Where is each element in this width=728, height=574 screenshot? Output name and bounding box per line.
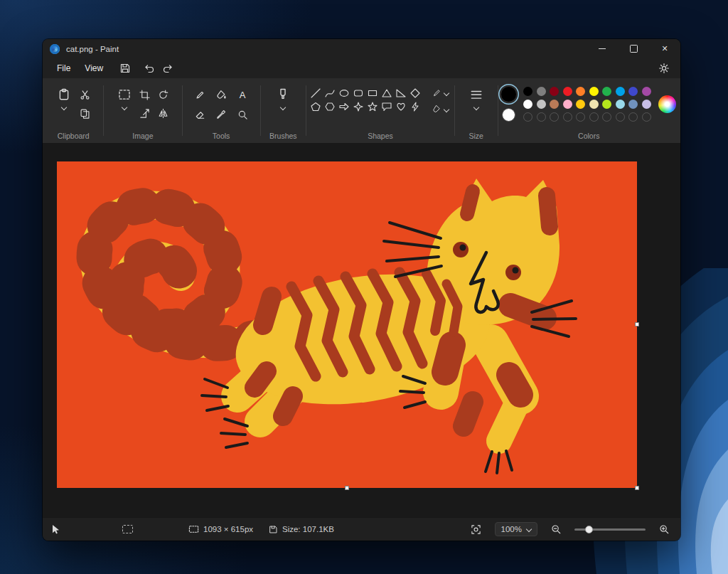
color-swatch[interactable] bbox=[602, 87, 611, 96]
color-swatch[interactable] bbox=[550, 87, 559, 96]
color-swatch[interactable] bbox=[642, 100, 651, 109]
shape-line[interactable] bbox=[310, 87, 322, 99]
zoom-in-button[interactable] bbox=[655, 521, 673, 537]
shape-ellipse[interactable] bbox=[338, 87, 350, 99]
shape-arrow-right[interactable] bbox=[338, 100, 350, 112]
minimize-icon bbox=[599, 48, 606, 49]
edit-colors-wheel[interactable] bbox=[658, 95, 676, 113]
color-picker-tool[interactable] bbox=[213, 107, 229, 122]
color-swatch[interactable] bbox=[537, 100, 546, 109]
shape-four-point-star[interactable] bbox=[353, 100, 365, 112]
rotate-button[interactable] bbox=[156, 87, 171, 102]
file-size: Size: 107.1KB bbox=[282, 525, 334, 533]
color-swatch[interactable] bbox=[576, 100, 585, 109]
flip-button[interactable] bbox=[156, 105, 171, 121]
zoom-in-icon bbox=[659, 524, 670, 535]
chevron-down-icon bbox=[444, 90, 449, 95]
flip-icon bbox=[158, 108, 168, 119]
color-swatch[interactable] bbox=[537, 87, 546, 96]
shape-outline-dropdown[interactable] bbox=[430, 87, 451, 99]
shape-fill-dropdown[interactable] bbox=[430, 103, 451, 115]
color-swatch-empty[interactable] bbox=[616, 112, 625, 122]
magnifier-tool[interactable] bbox=[235, 107, 250, 122]
redo-button[interactable] bbox=[159, 60, 177, 76]
close-button[interactable]: ✕ bbox=[649, 39, 680, 58]
color-swatch-empty[interactable] bbox=[642, 112, 651, 122]
color-swatch[interactable] bbox=[589, 100, 599, 109]
file-menu[interactable]: File bbox=[50, 61, 77, 75]
color-palette bbox=[523, 87, 651, 122]
image-group: Image bbox=[105, 78, 181, 143]
color-swatch[interactable] bbox=[589, 87, 599, 96]
shape-right-triangle[interactable] bbox=[395, 87, 407, 99]
color-swatch[interactable] bbox=[616, 87, 625, 96]
color-swatch-empty[interactable] bbox=[537, 112, 546, 122]
eraser-tool[interactable] bbox=[192, 107, 208, 122]
view-menu[interactable]: View bbox=[77, 61, 110, 75]
save-button[interactable] bbox=[116, 60, 134, 76]
color-swatch[interactable] bbox=[523, 100, 532, 109]
color-swatch-empty[interactable] bbox=[628, 112, 638, 122]
brushes-group: Brushes bbox=[262, 78, 305, 143]
brushes-button[interactable] bbox=[273, 85, 293, 112]
primary-color-swatch[interactable] bbox=[501, 87, 516, 102]
settings-button[interactable] bbox=[655, 60, 673, 76]
drawing-canvas[interactable] bbox=[57, 161, 637, 488]
shape-hexagon[interactable] bbox=[324, 100, 336, 112]
cut-button[interactable] bbox=[77, 87, 92, 102]
close-icon: ✕ bbox=[661, 44, 668, 53]
color-swatch-empty[interactable] bbox=[589, 112, 599, 122]
secondary-color-swatch[interactable] bbox=[502, 108, 515, 122]
minimize-button[interactable] bbox=[587, 39, 618, 58]
resize-button[interactable] bbox=[137, 105, 153, 121]
shape-triangle[interactable] bbox=[381, 87, 393, 99]
shape-speech-bubble[interactable] bbox=[381, 100, 393, 112]
color-swatch[interactable] bbox=[602, 100, 611, 109]
copy-button[interactable] bbox=[77, 105, 92, 121]
color-swatch-empty[interactable] bbox=[523, 112, 532, 122]
paste-button[interactable] bbox=[54, 85, 74, 121]
shape-rounded-rectangle[interactable] bbox=[353, 87, 365, 99]
color-swatch[interactable] bbox=[642, 87, 651, 96]
zoom-slider-thumb[interactable] bbox=[585, 526, 593, 533]
size-button[interactable] bbox=[466, 85, 486, 112]
resize-handle-right[interactable] bbox=[635, 322, 639, 326]
shape-diamond[interactable] bbox=[410, 87, 422, 99]
color-swatch[interactable] bbox=[628, 100, 638, 109]
maximize-button[interactable] bbox=[618, 39, 649, 58]
zoom-slider[interactable] bbox=[574, 528, 646, 531]
color-swatch[interactable] bbox=[523, 87, 532, 96]
shape-heart[interactable] bbox=[395, 100, 407, 112]
shape-pentagon[interactable] bbox=[310, 100, 322, 112]
resize-handle-bottom[interactable] bbox=[345, 486, 349, 490]
fill-tool[interactable] bbox=[213, 87, 229, 102]
color-swatch[interactable] bbox=[628, 87, 638, 96]
color-swatch[interactable] bbox=[563, 100, 572, 109]
crop-icon bbox=[139, 90, 150, 100]
color-swatch-empty[interactable] bbox=[576, 112, 585, 122]
select-button[interactable] bbox=[114, 85, 134, 121]
text-tool[interactable]: A bbox=[235, 87, 250, 102]
title-bar[interactable]: cat.png - Paint ✕ bbox=[43, 39, 680, 58]
canvas-dimensions: 1093 × 615px bbox=[203, 525, 253, 533]
window-title: cat.png - Paint bbox=[66, 45, 119, 53]
shape-five-point-star[interactable] bbox=[367, 100, 379, 112]
zoom-level-dropdown[interactable]: 100% bbox=[495, 522, 537, 536]
shape-curve[interactable] bbox=[324, 87, 336, 99]
zoom-out-button[interactable] bbox=[547, 521, 565, 537]
color-swatch[interactable] bbox=[563, 87, 572, 96]
color-swatch[interactable] bbox=[550, 100, 559, 109]
shape-rectangle[interactable] bbox=[367, 87, 379, 99]
color-swatch-empty[interactable] bbox=[602, 112, 611, 122]
color-swatch[interactable] bbox=[616, 100, 625, 109]
pencil-tool[interactable] bbox=[192, 87, 208, 102]
zoom-to-fit-button[interactable] bbox=[467, 521, 486, 537]
crop-button[interactable] bbox=[137, 87, 153, 102]
image-group-label: Image bbox=[105, 132, 181, 140]
resize-handle-corner[interactable] bbox=[635, 486, 639, 490]
color-swatch[interactable] bbox=[576, 87, 585, 96]
undo-button[interactable] bbox=[140, 60, 159, 76]
shape-lightning[interactable] bbox=[410, 100, 422, 112]
color-swatch-empty[interactable] bbox=[550, 112, 559, 122]
color-swatch-empty[interactable] bbox=[563, 112, 572, 122]
